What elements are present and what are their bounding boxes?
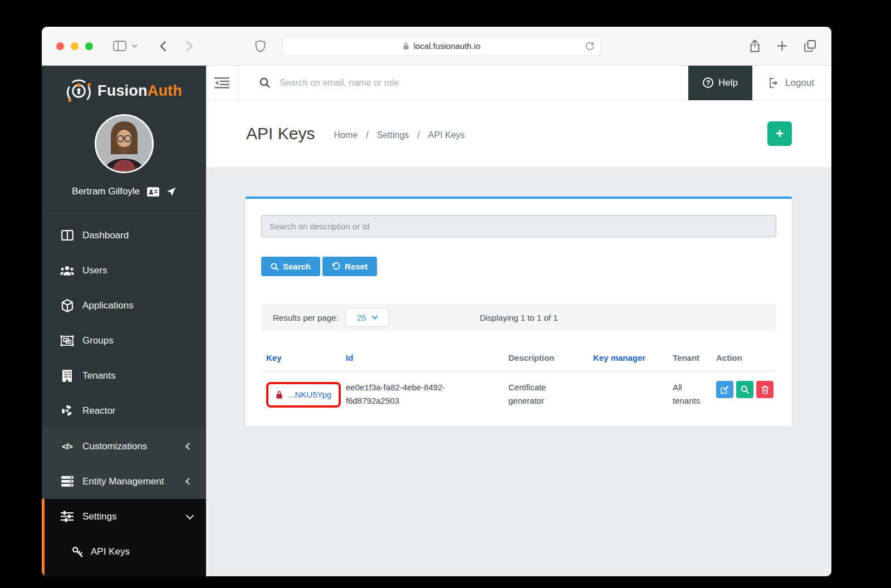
brand-auth: Auth <box>148 82 182 99</box>
global-search-input[interactable] <box>280 78 537 88</box>
breadcrumb-separator: / <box>417 130 419 140</box>
breadcrumb-current: API Keys <box>428 130 465 140</box>
back-button-icon[interactable] <box>160 41 167 52</box>
reset-button-label: Reset <box>345 262 368 271</box>
user-row: Bertram Gilfoyle <box>42 186 206 197</box>
chevron-left-icon <box>185 443 193 450</box>
sliders-icon <box>60 511 74 522</box>
location-arrow-icon[interactable] <box>167 187 176 197</box>
sidebar-item-reactor[interactable]: Reactor <box>42 393 206 428</box>
column-header-action: Action <box>716 353 776 362</box>
help-label: Help <box>718 77 738 89</box>
sidebar-options-chevron-icon[interactable] <box>131 44 138 48</box>
sidebar-item-label: API Keys <box>91 546 130 557</box>
tenant-cell: All tenants <box>673 381 716 408</box>
building-icon <box>60 370 74 382</box>
sidebar-item-label: Applications <box>82 300 134 311</box>
main-area: ? Help Logout API Keys Home / Settings /… <box>206 66 831 576</box>
api-keys-table: Key Id Description Key manager Tenant Ac… <box>261 346 776 408</box>
breadcrumb-settings[interactable]: Settings <box>377 130 409 140</box>
view-key-button[interactable] <box>736 381 753 398</box>
browser-window: local.fusionauth.io <box>42 27 831 576</box>
content-area: Search Reset Results per page: 25 <box>206 167 831 576</box>
results-bar: Results per page: 25 Displaying 1 to 1 o… <box>261 303 776 331</box>
search-button[interactable]: Search <box>261 257 320 276</box>
sidebar-item-label: Groups <box>82 335 114 346</box>
tab-overview-icon[interactable] <box>804 40 816 52</box>
description-cell: Certificate generator <box>508 381 593 408</box>
page-title: API Keys <box>246 124 315 143</box>
forward-button-icon[interactable] <box>186 41 193 52</box>
lock-icon <box>276 390 283 399</box>
sidebar-item-entity-management[interactable]: Entity Management <box>42 464 206 499</box>
sidebar-item-label: Users <box>82 265 107 276</box>
sidebar-item-label: Entity Management <box>82 476 164 487</box>
address-bar[interactable]: local.fusionauth.io <box>282 36 601 56</box>
sidebar-item-customizations[interactable]: </> Customizations <box>42 429 206 464</box>
key-highlight-annotation: ...NKU5Ypg <box>266 382 341 408</box>
users-icon <box>60 265 74 276</box>
id-line: f6d8792a2503 <box>346 394 508 408</box>
displaying-count: Displaying 1 to 1 of 1 <box>261 313 776 322</box>
sidebar-item-dashboard[interactable]: Dashboard <box>42 218 206 253</box>
help-button[interactable]: ? Help <box>688 66 752 100</box>
chrome-right-actions <box>750 40 816 52</box>
chevron-left-icon <box>185 478 193 485</box>
column-header-id[interactable]: Id <box>346 353 508 362</box>
key-manager-cell <box>593 381 673 408</box>
sidebar-item-tenants[interactable]: Tenants <box>42 358 206 393</box>
chevron-down-icon <box>186 511 194 519</box>
topbar: ? Help Logout <box>206 66 831 100</box>
traffic-lights <box>56 42 93 50</box>
api-keys-panel: Search Reset Results per page: 25 <box>246 197 792 427</box>
edit-key-button[interactable] <box>716 381 733 398</box>
logout-button[interactable]: Logout <box>752 77 831 89</box>
sidebar-item-settings[interactable]: Settings <box>45 499 206 534</box>
server-icon <box>60 476 74 487</box>
description-search-input[interactable] <box>261 215 776 237</box>
trash-icon <box>761 385 769 394</box>
tenant-line: tenants <box>673 394 716 408</box>
sidebar-nav: Dashboard Users Applications <box>42 214 206 428</box>
column-header-key-manager[interactable]: Key manager <box>593 353 673 362</box>
delete-key-button[interactable] <box>756 381 773 398</box>
fusionauth-wordmark: FusionAuth <box>97 82 182 100</box>
breadcrumb-home[interactable]: Home <box>334 130 358 140</box>
description-line: generator <box>508 394 593 408</box>
sidebar: FusionAuth Bertram Gilfoyle <box>42 66 206 576</box>
https-lock-icon <box>403 42 409 50</box>
privacy-shield-icon[interactable] <box>255 40 266 52</box>
dashboard-icon <box>60 230 74 241</box>
minimize-window-button[interactable] <box>71 42 79 50</box>
outdent-icon <box>214 77 229 89</box>
sign-out-icon <box>770 78 780 88</box>
breadcrumb-separator: / <box>366 130 368 140</box>
breadcrumb: Home / Settings / API Keys <box>334 127 464 140</box>
search-icon <box>260 77 270 88</box>
global-search <box>260 77 688 88</box>
page-header: API Keys Home / Settings / API Keys + <box>206 100 831 167</box>
sidebar-item-label: Customizations <box>82 441 147 452</box>
add-api-key-button[interactable]: + <box>767 121 792 146</box>
api-key-link[interactable]: ...NKU5Ypg <box>288 388 331 401</box>
zoom-window-button[interactable] <box>85 42 93 50</box>
user-avatar[interactable] <box>95 114 154 173</box>
radiation-icon <box>60 404 74 417</box>
new-tab-icon[interactable] <box>777 41 787 51</box>
reload-icon[interactable] <box>585 41 594 51</box>
reset-button[interactable]: Reset <box>322 257 377 276</box>
sidebar-item-groups[interactable]: Groups <box>42 323 206 358</box>
table-header-row: Key Id Description Key manager Tenant Ac… <box>261 346 776 371</box>
sidebar-collapse-button[interactable] <box>206 66 238 100</box>
tenant-line: All <box>673 381 716 394</box>
id-card-icon[interactable] <box>147 187 159 197</box>
close-window-button[interactable] <box>56 42 64 50</box>
column-header-key[interactable]: Key <box>266 353 346 362</box>
sidebar-item-applications[interactable]: Applications <box>42 288 206 323</box>
share-icon[interactable] <box>750 40 760 52</box>
undo-icon <box>332 262 340 271</box>
browser-sidebar-toggle-icon[interactable] <box>113 41 126 51</box>
sidebar-item-api-keys[interactable]: API Keys <box>45 534 206 570</box>
logout-label: Logout <box>785 77 814 89</box>
sidebar-item-users[interactable]: Users <box>42 253 206 288</box>
